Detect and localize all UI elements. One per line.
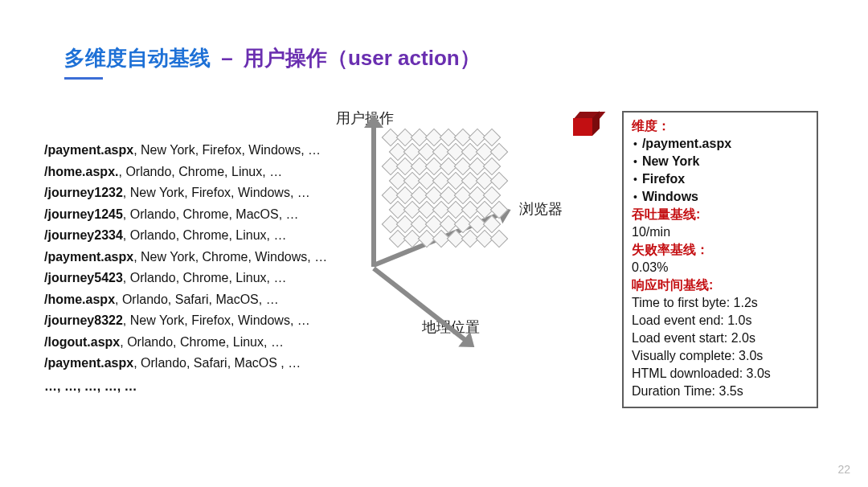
response-line: HTML downloaded: 3.0s [632,365,809,383]
dimension-item: •Firefox [632,170,809,188]
throughput-label: 吞吐量基线: [632,206,809,223]
dimension-value: Firefox [642,170,685,188]
response-line: Load event start: 2.0s [632,329,809,347]
dimension-item: •/payment.aspx [632,135,809,153]
dimension-item: •New York [632,153,809,170]
action-list: /payment.aspx, New York, Firefox, Window… [44,140,366,397]
response-line: Duration Time: 3.5s [632,383,809,400]
list-item-rest: , New York, Firefox, Windows, … [123,313,310,327]
list-item-path: /payment.aspx [44,356,133,370]
list-item-path: /journey1232 [44,186,123,199]
list-item-path: /home.aspx. [44,165,118,178]
list-item-path: /journey1245 [44,207,123,221]
list-item-rest: , New York, Chrome, Windows, … [133,250,327,264]
axis-label-browser: 浏览器 [519,199,563,219]
dimensions-label: 维度： [632,117,809,135]
dimension-value: New York [642,153,699,170]
title-dash: – [221,46,232,70]
axis-arrow-up-icon [371,126,376,267]
list-ellipsis: …, …, …, …, … [44,376,366,398]
dimension-value: Windows [642,188,698,206]
response-line: Visually complete: 3.0s [632,347,809,365]
list-item: /home.aspx, Orlando, Safari, MacOS, … [44,289,366,311]
list-item-rest: , New York, Firefox, Windows, … [123,186,310,199]
list-item-path: /journey8322 [44,313,123,327]
list-item: /logout.aspx, Orlando, Chrome, Linux, … [44,332,366,354]
list-item-path: /payment.aspx [44,143,133,157]
list-item: /journey1232, New York, Firefox, Windows… [44,182,366,204]
list-item: /payment.aspx, New York, Chrome, Windows… [44,247,366,268]
page-number: 22 [837,463,850,476]
axis-arrow-down-icon [372,267,467,342]
slide: 多维度自动基线 – 用户操作（user action） /payment.asp… [0,0,868,487]
list-item-rest: , Orlando, Chrome, Linux, … [123,228,287,242]
throughput-value: 10/min [632,223,809,241]
response-line: Load event end: 1.0s [632,312,809,329]
red-cube-icon [573,112,599,137]
list-item-path: /logout.aspx [44,335,120,349]
title-purple: 用户操作（user action） [244,46,481,70]
title-blue: 多维度自动基线 [64,46,211,70]
list-item: /payment.aspx, New York, Firefox, Window… [44,140,366,162]
response-label: 响应时间基线: [632,276,809,294]
list-item-path: /journey2334 [44,228,123,242]
list-item-rest: , Orlando, Chrome, Linux, … [118,165,282,178]
details-panel: 维度： •/payment.aspx •New York •Firefox •W… [622,111,818,408]
cube-lattice-icon [384,131,521,268]
failure-value: 0.03% [632,259,809,276]
dimension-value: /payment.aspx [642,135,731,153]
list-item: /journey2334, Orlando, Chrome, Linux, … [44,225,366,247]
list-item-rest: , Orlando, Chrome, Linux, … [120,335,284,349]
list-item-path: /payment.aspx [44,250,133,264]
list-item: /payment.aspx, Orlando, Safari, MacOS , … [44,353,366,374]
list-item-rest: , Orlando, Chrome, MacOS, … [123,207,299,221]
list-item-rest: , Orlando, Chrome, Linux, … [123,271,287,284]
bullet-icon: • [633,156,637,167]
axes-diagram: 用户操作 浏览器 地理位置 [330,108,595,334]
list-item: /journey8322, New York, Firefox, Windows… [44,310,366,332]
response-line: Time to first byte: 1.2s [632,294,809,312]
dimension-item: •Windows [632,188,809,206]
bullet-icon: • [633,174,637,185]
list-item: /home.aspx., Orlando, Chrome, Linux, … [44,162,366,183]
bullet-icon: • [633,138,637,149]
list-item-path: /journey5423 [44,271,123,284]
list-item-path: /home.aspx [44,293,115,306]
list-item-rest: , Orlando, Safari, MacOS , … [133,356,301,370]
title-underline [64,77,103,80]
failure-label: 失败率基线： [632,241,809,259]
list-item: /journey5423, Orlando, Chrome, Linux, … [44,268,366,289]
list-item-rest: , New York, Firefox, Windows, … [133,143,321,157]
bullet-icon: • [633,191,637,203]
slide-title: 多维度自动基线 – 用户操作（user action） [64,44,481,72]
list-item-rest: , Orlando, Safari, MacOS, … [115,293,279,306]
list-item: /journey1245, Orlando, Chrome, MacOS, … [44,204,366,226]
